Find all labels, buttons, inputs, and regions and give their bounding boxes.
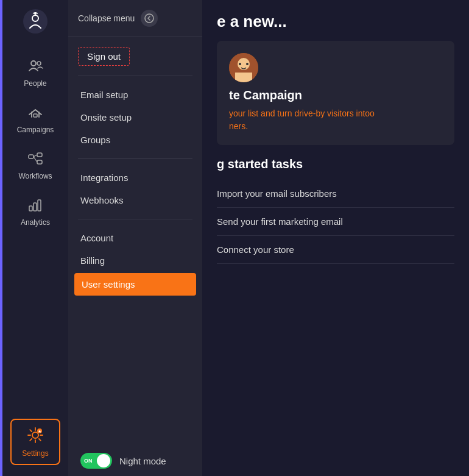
- night-mode-label: Night mode: [119, 456, 166, 466]
- settings-icon: ★: [26, 426, 44, 447]
- sidebar-narrow: People Campaigns Workflows: [2, 0, 68, 476]
- menu-item-webhooks[interactable]: Webhooks: [68, 189, 202, 211]
- task-item-2[interactable]: Connect your store: [217, 236, 454, 264]
- menu-section-setup: Email setup Onsite setup Groups: [68, 81, 202, 154]
- svg-point-15: [145, 14, 153, 23]
- analytics-icon: [26, 195, 45, 215]
- people-icon: [26, 56, 45, 76]
- app-logo[interactable]: [20, 6, 51, 37]
- sidebar-item-analytics[interactable]: Analytics: [2, 188, 68, 234]
- main-title: e a new...: [217, 12, 454, 31]
- workflows-label: Workflows: [18, 172, 52, 180]
- feature-card: te Campaign your list and turn drive-by …: [217, 41, 454, 145]
- feature-card-title: te Campaign: [229, 88, 442, 102]
- settings-box[interactable]: ★ Settings: [10, 419, 61, 465]
- toggle-knob: [97, 454, 110, 467]
- svg-point-4: [37, 62, 41, 65]
- svg-rect-18: [235, 73, 252, 82]
- getting-started-section: g started tasks Import your email subscr…: [217, 157, 454, 264]
- campaigns-icon: [26, 102, 45, 122]
- sidebar-settings: ★ Settings: [2, 414, 68, 470]
- night-mode-toggle[interactable]: ON: [80, 453, 112, 469]
- menu-item-groups[interactable]: Groups: [68, 129, 202, 151]
- sidebar-item-people[interactable]: People: [2, 49, 68, 95]
- menu-item-billing[interactable]: Billing: [68, 249, 202, 272]
- divider-3: [78, 219, 192, 219]
- avatar: [229, 53, 258, 82]
- task-item-0[interactable]: Import your email subscribers: [217, 180, 454, 208]
- settings-label: Settings: [22, 449, 48, 458]
- toggle-on-label: ON: [84, 458, 93, 464]
- svg-rect-9: [29, 206, 32, 211]
- menu-item-email-setup[interactable]: Email setup: [68, 83, 202, 106]
- svg-rect-10: [34, 203, 37, 211]
- menu-item-integrations[interactable]: Integrations: [68, 166, 202, 189]
- night-mode-row: ON Night mode: [68, 446, 202, 476]
- menu-panel: Collapse menu Sign out Email setup Onsit…: [68, 0, 202, 476]
- divider-2: [78, 158, 192, 159]
- svg-rect-7: [37, 153, 42, 157]
- divider-1: [78, 76, 192, 76]
- sidebar-item-campaigns[interactable]: Campaigns: [2, 95, 68, 141]
- workflows-icon: [26, 149, 45, 168]
- svg-point-19: [239, 63, 241, 65]
- analytics-label: Analytics: [21, 218, 50, 227]
- menu-item-account[interactable]: Account: [68, 227, 202, 249]
- sign-out-section: Sign out: [68, 37, 202, 71]
- svg-rect-5: [34, 114, 37, 117]
- menu-item-user-settings[interactable]: User settings: [74, 273, 196, 296]
- collapse-menu-icon: [141, 10, 158, 27]
- menu-section-integrations: Integrations Webhooks: [68, 164, 202, 214]
- sign-out-button[interactable]: Sign out: [78, 47, 130, 66]
- feature-card-desc: your list and turn drive-by visitors int…: [229, 107, 442, 133]
- menu-item-onsite-setup[interactable]: Onsite setup: [68, 106, 202, 129]
- svg-rect-8: [37, 160, 42, 164]
- svg-point-20: [246, 63, 249, 65]
- collapse-menu-label: Collapse menu: [78, 13, 135, 23]
- menu-section-account: Account Billing User settings: [68, 224, 202, 299]
- svg-text:★: ★: [38, 429, 41, 433]
- sidebar-item-workflows[interactable]: Workflows: [2, 141, 68, 188]
- main-content: e a new... te Campaign your list and tur…: [202, 0, 469, 476]
- svg-point-3: [31, 61, 36, 66]
- campaigns-label: Campaigns: [17, 126, 54, 134]
- task-item-1[interactable]: Send your first marketing email: [217, 208, 454, 236]
- tasks-title: g started tasks: [217, 157, 454, 171]
- people-label: People: [24, 79, 46, 88]
- collapse-menu-button[interactable]: Collapse menu: [68, 0, 202, 37]
- svg-rect-11: [38, 200, 41, 211]
- svg-rect-6: [29, 155, 34, 158]
